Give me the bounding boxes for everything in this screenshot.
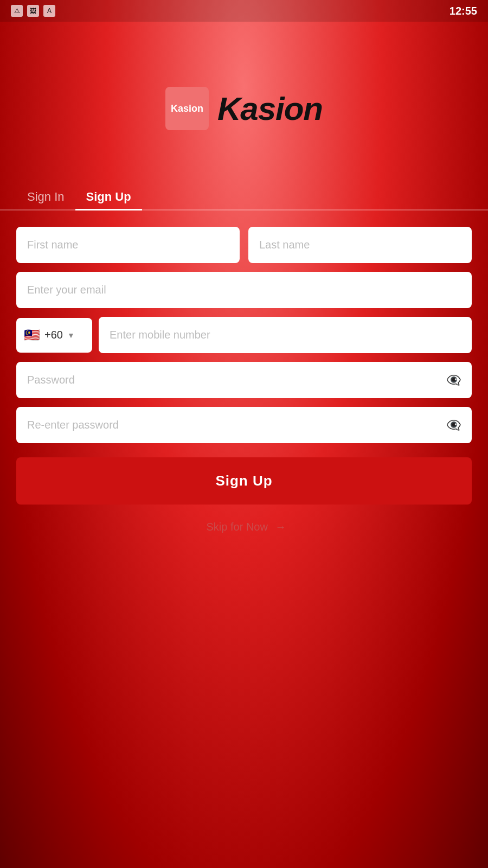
tab-signin[interactable]: Sign In <box>16 184 75 209</box>
image-icon: 🖼 <box>27 5 39 17</box>
clock: 12:55 <box>450 5 477 17</box>
flag-icon: 🇲🇾 <box>24 328 40 343</box>
skip-link[interactable]: Skip for Now → <box>0 521 488 533</box>
tab-signup[interactable]: Sign Up <box>75 184 142 209</box>
name-row <box>16 227 472 263</box>
logo-text: Kasion <box>217 90 323 127</box>
logo-box: Kasion <box>165 87 209 130</box>
signup-button[interactable]: Sign Up <box>16 457 472 505</box>
chevron-down-icon: ▼ <box>67 331 75 340</box>
email-input[interactable] <box>16 272 472 308</box>
phone-input[interactable] <box>99 317 472 353</box>
phone-row: 🇲🇾 +60 ▼ <box>16 317 472 353</box>
reenter-password-wrapper: 👁‍🗨 <box>16 407 472 443</box>
password-input[interactable] <box>16 362 472 398</box>
signup-form: 🇲🇾 +60 ▼ 👁‍🗨 👁‍🗨 Sign Up <box>0 227 488 505</box>
warning-icon: ⚠ <box>11 5 23 17</box>
skip-label: Skip for Now <box>207 521 268 533</box>
font-icon: A <box>43 5 55 17</box>
country-selector[interactable]: 🇲🇾 +60 ▼ <box>16 318 92 353</box>
first-name-input[interactable] <box>16 227 240 263</box>
status-icons: ⚠ 🖼 A <box>11 5 55 17</box>
status-bar: ⚠ 🖼 A 12:55 <box>0 0 488 22</box>
auth-tabs: Sign In Sign Up <box>0 184 488 210</box>
last-name-input[interactable] <box>248 227 472 263</box>
country-code: +60 <box>44 329 63 341</box>
password-wrapper: 👁‍🗨 <box>16 362 472 398</box>
skip-arrow: → <box>275 521 286 533</box>
password-toggle-icon[interactable]: 👁‍🗨 <box>446 373 461 387</box>
logo-area: Kasion Kasion <box>0 87 488 130</box>
reenter-password-input[interactable] <box>16 407 472 443</box>
reenter-password-toggle-icon[interactable]: 👁‍🗨 <box>446 418 461 432</box>
